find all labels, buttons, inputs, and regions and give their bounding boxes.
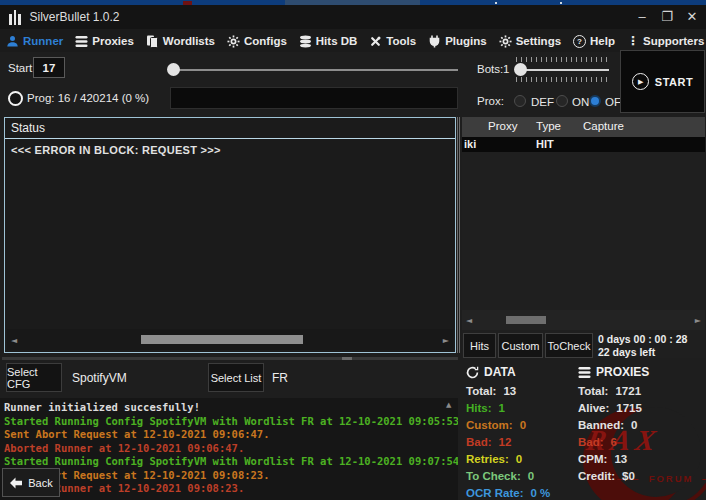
- scroll-right-icon[interactable]: ►: [695, 316, 701, 325]
- window-title: SilverBullet 1.0.2: [30, 10, 120, 24]
- log-line: Runner initialized succesfully!: [4, 401, 454, 415]
- column-header-proxy[interactable]: Proxy: [488, 120, 517, 132]
- status-horizontal-scrollbar[interactable]: ◄ ►: [7, 329, 453, 350]
- log-scroll-up-icon[interactable]: ▲: [446, 401, 451, 409]
- select-cfg-button[interactable]: Select CFG: [6, 363, 62, 392]
- prox-def-label: DEF: [531, 96, 554, 108]
- timer-block: 0 days 00 : 00 : 28 22 days left: [598, 333, 687, 359]
- prox-label: Prox:: [477, 95, 504, 107]
- background-window-decor: [495, 2, 497, 4]
- stat-row: Custom:0: [466, 419, 550, 436]
- menu-item-runner[interactable]: Runner: [6, 35, 63, 48]
- minimize-button[interactable]: –: [634, 7, 650, 27]
- runner-log: Runner initialized succesfully! Started …: [0, 398, 458, 500]
- menu-item-hits-db[interactable]: Hits DB: [299, 35, 358, 48]
- prox-on-label: ON: [572, 96, 589, 108]
- prox-on-radio[interactable]: [556, 95, 568, 107]
- scrollbar-thumb[interactable]: [141, 335, 303, 344]
- cell-data: iki: [464, 138, 476, 150]
- window-controls: – ❐ ✕: [634, 7, 706, 27]
- back-button[interactable]: Back: [2, 468, 60, 497]
- stat-row: To Check:0: [466, 470, 550, 487]
- menu-item-help[interactable]: ? Help: [573, 35, 615, 48]
- bottom-left-section: Select CFG SpotifyVM Select List FR Runn…: [0, 360, 458, 500]
- results-horizontal-scrollbar[interactable]: ◄ ►: [462, 310, 705, 330]
- scroll-left-icon[interactable]: ◄: [11, 335, 17, 344]
- tab-hits[interactable]: Hits: [463, 333, 496, 358]
- start-slider[interactable]: [172, 69, 458, 71]
- stat-row: OCR Rate:0 %: [466, 487, 550, 500]
- select-list-button[interactable]: Select List: [208, 363, 264, 392]
- selected-wordlist-value: FR: [272, 371, 288, 385]
- menu-item-wordlists[interactable]: Wordlists: [146, 35, 215, 48]
- bots-slider-track: [516, 69, 609, 71]
- results-header-row: Proxy Type Capture: [462, 117, 705, 137]
- start-input[interactable]: [33, 57, 65, 78]
- back-button-label: Back: [28, 477, 52, 489]
- settings-gear-icon: [499, 35, 512, 48]
- stat-row: Total:13: [466, 385, 550, 402]
- menu-item-plugins[interactable]: Plugins: [428, 35, 487, 48]
- table-row[interactable]: iki HIT: [462, 137, 705, 152]
- status-panel: Status <<< ERROR IN BLOCK: REQUEST >>> ◄…: [4, 117, 456, 353]
- maximize-button[interactable]: ❐: [659, 7, 675, 27]
- configs-gear-icon: [227, 35, 240, 48]
- progress-bar: [170, 87, 458, 109]
- prox-off-radio[interactable]: [589, 95, 601, 107]
- results-vertical-scrollbar[interactable]: [457, 117, 460, 353]
- log-line: Sent Abort Request at 12-10-2021 09:08:2…: [4, 469, 454, 483]
- column-header-capture[interactable]: Capture: [583, 120, 624, 132]
- bots-slider-ticks: [516, 57, 609, 62]
- data-stats-header: DATA: [466, 365, 516, 379]
- start-button[interactable]: ▶ START: [620, 50, 705, 113]
- bots-slider[interactable]: [514, 57, 611, 82]
- elapsed-time: 0 days 00 : 00 : 28: [598, 333, 687, 346]
- cell-type: HIT: [536, 138, 554, 150]
- proxies-stack-icon: [578, 366, 591, 379]
- scrollbar-thumb[interactable]: [506, 316, 546, 324]
- start-button-label: START: [655, 76, 693, 88]
- stat-row: CPM:13: [578, 453, 642, 470]
- log-line: Aborted Runner at 12-10-2021 09:08:23.: [4, 482, 454, 496]
- days-left: 22 days left: [598, 346, 687, 359]
- menu-item-proxies[interactable]: Proxies: [75, 35, 134, 48]
- progress-radio[interactable]: [8, 91, 23, 106]
- prox-def-radio[interactable]: [514, 95, 526, 107]
- proxies-stack-icon: [75, 35, 88, 48]
- log-line: Started Running Config SpotifyVM with Wo…: [4, 455, 454, 469]
- app-logo-icon: [9, 9, 21, 25]
- data-refresh-icon: [466, 366, 479, 379]
- results-panel: Proxy Type Capture iki HIT ◄ ► Hits Cust…: [462, 117, 705, 358]
- tab-tocheck[interactable]: ToCheck: [545, 333, 593, 358]
- column-header-type[interactable]: Type: [536, 120, 561, 132]
- stat-row: Bad:6: [578, 436, 642, 453]
- tools-wrench-icon: [369, 35, 382, 48]
- titlebar: SilverBullet 1.0.2 – ❐ ✕: [0, 5, 706, 29]
- runner-person-icon: [6, 35, 19, 48]
- menu-item-settings[interactable]: Settings: [499, 35, 561, 48]
- start-slider-thumb[interactable]: [167, 63, 180, 76]
- scroll-right-icon[interactable]: ►: [443, 335, 449, 344]
- menu-item-tools[interactable]: Tools: [369, 35, 416, 48]
- status-divider: [5, 138, 455, 139]
- bots-value: 1: [503, 63, 509, 75]
- wordlists-pages-icon: [146, 35, 159, 48]
- bots-slider-thumb[interactable]: [514, 63, 527, 76]
- bots-label: Bots:: [477, 63, 503, 75]
- stat-row: Credit:$0: [578, 470, 642, 487]
- stat-row: Hits:1: [466, 402, 550, 419]
- stat-row: Banned:0: [578, 419, 642, 436]
- scroll-left-icon[interactable]: ◄: [466, 316, 472, 325]
- close-button[interactable]: ✕: [684, 7, 700, 27]
- runner-controls: Start: Prog: 16 / 420214 (0 %) Bots: 1 P…: [0, 52, 706, 116]
- menu-item-supporters[interactable]: ⋮ Supporters: [627, 35, 704, 47]
- tab-custom[interactable]: Custom: [498, 333, 543, 358]
- stat-row: Alive:1715: [578, 402, 642, 419]
- menu-item-configs[interactable]: Configs: [227, 35, 287, 48]
- stat-row: Total:1721: [578, 385, 642, 402]
- data-stats-column: Total:13 Hits:1 Custom:0 Bad:12 Retries:…: [466, 385, 550, 500]
- hits-tab-bar: Hits Custom ToCheck 0 days 00 : 00 : 28 …: [462, 333, 705, 358]
- log-line: Sent Abort Request at 12-10-2021 09:06:4…: [4, 428, 454, 442]
- selected-config-value: SpotifyVM: [72, 371, 127, 385]
- log-line: Aborted Runner at 12-10-2021 09:06:47.: [4, 442, 454, 456]
